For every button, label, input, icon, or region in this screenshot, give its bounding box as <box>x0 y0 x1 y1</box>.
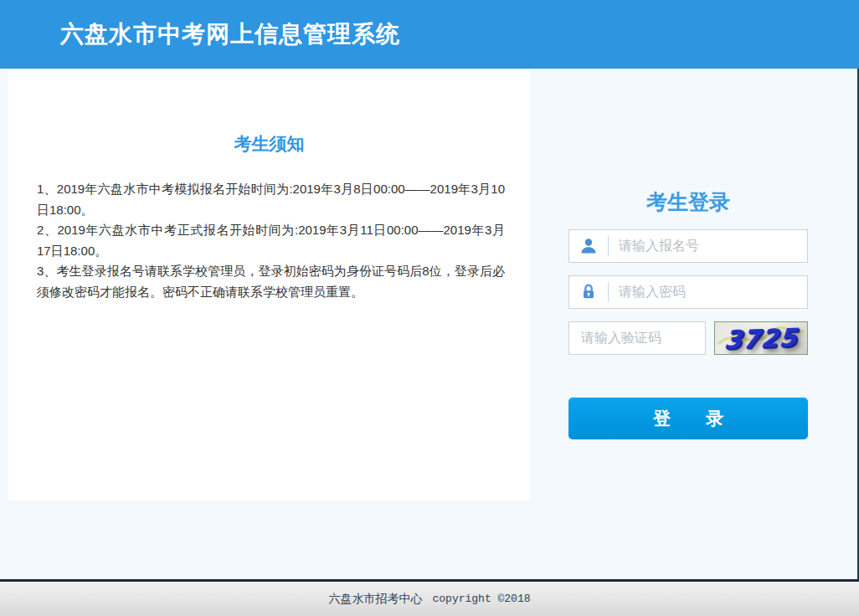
notice-title: 考生须知 <box>8 69 530 156</box>
user-icon <box>569 236 608 256</box>
username-field-group <box>568 229 808 263</box>
login-title: 考生登录 <box>568 189 808 215</box>
notice-item: 2、2019年六盘水市中考正式报名开始时间为:2019年3月11日00:00——… <box>37 220 505 261</box>
notice-item: 1、2019年六盘水市中考模拟报名开始时间为:2019年3月8日00:00——2… <box>37 179 505 220</box>
username-input[interactable] <box>609 230 807 262</box>
lock-icon <box>569 283 608 301</box>
captcha-image[interactable]: 3725 <box>714 321 808 355</box>
captcha-digits: 3725 <box>723 322 799 354</box>
footer-org-name: 六盘水市招考中心 <box>328 592 422 607</box>
login-button[interactable]: 登 录 <box>568 398 808 439</box>
footer: 六盘水市招考中心 copyright ©2018 <box>0 582 859 616</box>
password-field-group <box>568 275 808 309</box>
captcha-row: 3725 <box>568 321 808 367</box>
captcha-field-group <box>568 321 706 355</box>
notice-item: 3、考生登录报名号请联系学校管理员，登录初始密码为身份证号码后8位，登录后必须修… <box>37 261 505 302</box>
app-header: 六盘水市中考网上信息管理系统 <box>0 0 859 69</box>
captcha-input[interactable] <box>569 322 705 354</box>
notice-body: 1、2019年六盘水市中考模拟报名开始时间为:2019年3月8日00:00——2… <box>37 179 505 302</box>
app-title: 六盘水市中考网上信息管理系统 <box>60 0 400 69</box>
notice-panel: 考生须知 1、2019年六盘水市中考模拟报名开始时间为:2019年3月8日00:… <box>8 69 530 501</box>
footer-copyright: copyright ©2018 <box>432 593 530 605</box>
login-panel: 考生登录 3725 <box>568 189 808 439</box>
password-input[interactable] <box>609 276 807 308</box>
